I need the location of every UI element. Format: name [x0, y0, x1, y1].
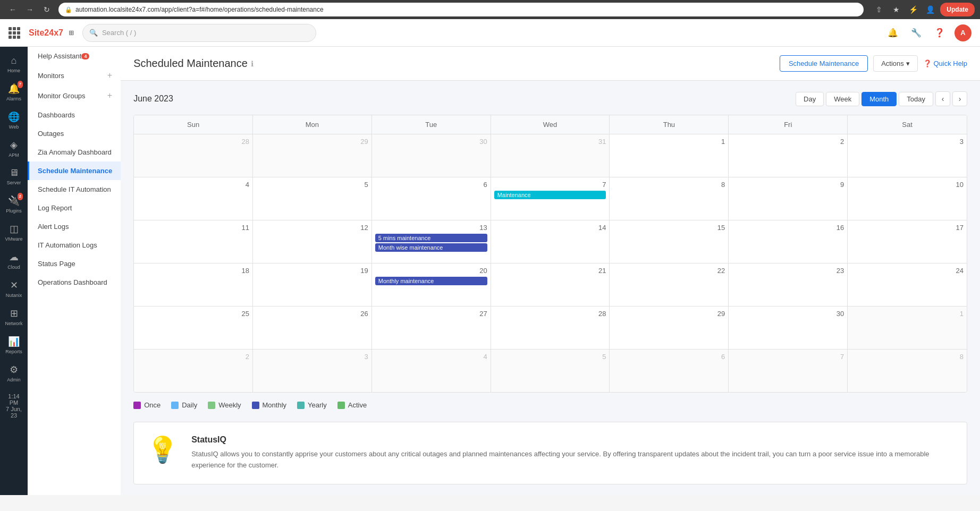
- app-logo[interactable]: Site24x7 ⊞: [29, 28, 74, 38]
- schedule-maintenance-button[interactable]: Schedule Maintenance: [780, 55, 868, 72]
- update-button[interactable]: Update: [940, 3, 975, 16]
- cal-cell[interactable]: 18: [134, 263, 253, 306]
- cal-cell[interactable]: 2: [729, 134, 848, 177]
- grid-menu-icon[interactable]: [9, 27, 20, 39]
- today-button[interactable]: Today: [899, 92, 933, 106]
- sidebar-item-home[interactable]: ⌂ Home: [1, 51, 27, 78]
- cal-cell[interactable]: 28: [134, 134, 253, 177]
- sidebar-item-nutanix[interactable]: ✕ Nutanix: [1, 275, 27, 302]
- sidebar-item-alarms[interactable]: 🔔 7 Alarms: [1, 79, 27, 106]
- sidebar-menu-schedule-maintenance[interactable]: Schedule Maintenance: [28, 161, 121, 180]
- sidebar-item-reports[interactable]: 📊 Reports: [1, 331, 27, 359]
- sidebar-menu-operations-dashboard[interactable]: Operations Dashboard: [28, 273, 121, 292]
- help-button[interactable]: ❓: [931, 24, 948, 41]
- cal-cell-jun7[interactable]: 7 Maintenance: [491, 177, 610, 220]
- sidebar-item-cloud-label: Cloud: [7, 265, 20, 270]
- quick-help-button[interactable]: ❓ Quick Help: [923, 59, 967, 67]
- cal-cell[interactable]: 30: [372, 134, 491, 177]
- cal-cell[interactable]: 8: [848, 350, 967, 392]
- cal-cell[interactable]: 5: [253, 177, 372, 220]
- sidebar-menu-schedule-it-automation[interactable]: Schedule IT Automation: [28, 180, 121, 199]
- view-month-button[interactable]: Month: [861, 92, 897, 106]
- cal-cell[interactable]: 19: [253, 263, 372, 306]
- cal-cell[interactable]: 22: [610, 263, 729, 306]
- sidebar-item-vmware[interactable]: ◫ VMware: [1, 219, 27, 246]
- share-icon[interactable]: ⇧: [872, 3, 886, 16]
- cal-cell[interactable]: 8: [610, 177, 729, 220]
- cal-cell[interactable]: 24: [848, 263, 967, 306]
- sidebar-item-network[interactable]: ⊞ Network: [1, 303, 27, 330]
- info-icon[interactable]: ℹ: [251, 59, 254, 68]
- cal-cell[interactable]: 6: [372, 177, 491, 220]
- cal-cell[interactable]: 16: [729, 220, 848, 263]
- sidebar-menu-zia-anomaly[interactable]: Zia Anomaly Dashboard: [28, 143, 121, 161]
- event-monthwise-maintenance[interactable]: Month wise maintenance: [375, 243, 487, 252]
- cal-cell[interactable]: 30: [729, 306, 848, 349]
- next-month-button[interactable]: ›: [952, 91, 967, 106]
- view-week-button[interactable]: Week: [826, 92, 859, 106]
- cal-cell[interactable]: 1: [610, 134, 729, 177]
- sidebar-item-server[interactable]: 🖥 Server: [1, 163, 27, 190]
- cal-cell[interactable]: 26: [253, 306, 372, 349]
- sidebar-menu-alert-logs[interactable]: Alert Logs: [28, 217, 121, 236]
- cal-cell[interactable]: 1: [848, 306, 967, 349]
- cal-cell[interactable]: 9: [729, 177, 848, 220]
- sidebar-menu-dashboards[interactable]: Dashboards: [28, 106, 121, 124]
- sidebar-menu-monitors[interactable]: Monitors +: [28, 65, 121, 86]
- cal-cell[interactable]: 6: [610, 350, 729, 392]
- cal-cell[interactable]: 4: [134, 177, 253, 220]
- cal-cell[interactable]: 11: [134, 220, 253, 263]
- monitor-groups-add-button[interactable]: +: [107, 91, 112, 100]
- cal-cell[interactable]: 23: [729, 263, 848, 306]
- sidebar-item-apm[interactable]: ◈ APM: [1, 135, 27, 162]
- cal-cell[interactable]: 25: [134, 306, 253, 349]
- notifications-button[interactable]: 🔔: [884, 24, 901, 41]
- view-day-button[interactable]: Day: [796, 92, 824, 106]
- sidebar-menu-outages[interactable]: Outages: [28, 124, 121, 143]
- cal-cell[interactable]: 3: [848, 134, 967, 177]
- tools-button[interactable]: 🔧: [908, 24, 925, 41]
- sidebar-item-web[interactable]: 🌐 Web: [1, 107, 27, 134]
- back-button[interactable]: ←: [5, 2, 20, 17]
- actions-button[interactable]: Actions ▾: [873, 55, 918, 72]
- cal-cell[interactable]: 5: [491, 350, 610, 392]
- cal-cell[interactable]: 2: [134, 350, 253, 392]
- cal-cell[interactable]: 4: [372, 350, 491, 392]
- cal-cell[interactable]: 28: [491, 306, 610, 349]
- star-icon[interactable]: ★: [889, 3, 903, 16]
- cal-cell[interactable]: 7: [729, 350, 848, 392]
- profile-icon[interactable]: 👤: [923, 3, 937, 16]
- cal-cell[interactable]: 29: [253, 134, 372, 177]
- cal-cell[interactable]: 3: [253, 350, 372, 392]
- sidebar-menu-log-report[interactable]: Log Report: [28, 199, 121, 217]
- sidebar-menu-monitor-groups[interactable]: Monitor Groups +: [28, 86, 121, 106]
- cal-cell[interactable]: 12: [253, 220, 372, 263]
- sidebar-menu-help-assistant[interactable]: Help Assistant 4: [28, 47, 121, 65]
- cal-cell[interactable]: 15: [610, 220, 729, 263]
- cal-cell[interactable]: 31: [491, 134, 610, 177]
- cal-cell[interactable]: 21: [491, 263, 610, 306]
- refresh-button[interactable]: ↻: [39, 2, 54, 17]
- cal-cell[interactable]: 17: [848, 220, 967, 263]
- sidebar-menu-it-automation-logs[interactable]: IT Automation Logs: [28, 236, 121, 254]
- cal-cell[interactable]: 27: [372, 306, 491, 349]
- sidebar-item-plugins[interactable]: 🔌 2 Plugins: [1, 191, 27, 218]
- sidebar-item-admin[interactable]: ⚙ Admin: [1, 360, 27, 387]
- user-avatar[interactable]: A: [954, 24, 971, 41]
- event-5mins-maintenance[interactable]: 5 mins maintenance: [375, 234, 487, 242]
- cal-cell-jun13[interactable]: 13 5 mins maintenance Month wise mainten…: [372, 220, 491, 263]
- search-bar[interactable]: 🔍 Search ( / ): [82, 24, 316, 42]
- sidebar-menu-status-page[interactable]: Status Page: [28, 254, 121, 273]
- cal-cell[interactable]: 14: [491, 220, 610, 263]
- extensions-icon[interactable]: ⚡: [906, 3, 920, 16]
- forward-button[interactable]: →: [22, 2, 37, 17]
- cal-cell-jun20[interactable]: 20 Monthly maintenance: [372, 263, 491, 306]
- url-bar[interactable]: 🔒 automation.localsite24x7.com/app/clien…: [58, 3, 864, 16]
- cal-cell[interactable]: 29: [610, 306, 729, 349]
- event-maintenance[interactable]: Maintenance: [494, 191, 606, 199]
- prev-month-button[interactable]: ‹: [935, 91, 950, 106]
- cal-cell[interactable]: 10: [848, 177, 967, 220]
- event-monthly-maintenance[interactable]: Monthly maintenance: [375, 277, 487, 285]
- monitors-add-button[interactable]: +: [107, 71, 112, 80]
- sidebar-item-cloud[interactable]: ☁ Cloud: [1, 247, 27, 274]
